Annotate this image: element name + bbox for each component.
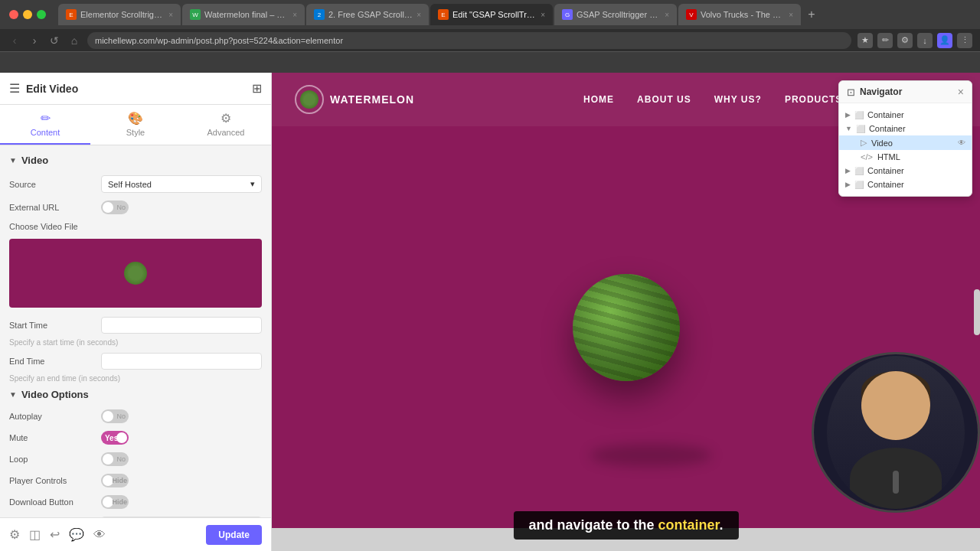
loop-label: Loop <box>9 455 101 464</box>
tab-6[interactable]: V Volvo Trucks - The Epic Sp... × <box>678 4 801 25</box>
minimize-button[interactable] <box>23 10 32 19</box>
widgets-footer-icon[interactable]: ◫ <box>29 527 41 542</box>
loop-row: Loop No <box>9 452 262 466</box>
player-controls-toggle-label: Hide <box>112 477 127 484</box>
download-icon[interactable]: ↓ <box>917 33 933 48</box>
nav-eye-icon[interactable]: 👁 <box>958 139 965 147</box>
title-bar: E Elementor Scrolltrigger coo... × W Wat… <box>0 0 980 29</box>
nav-arrow-2: ▼ <box>845 125 852 132</box>
main-layout: ☰ Edit Video ⊞ ✏ Content 🎨 Style ⚙ Advan… <box>0 73 980 551</box>
hamburger-icon[interactable]: ☰ <box>9 81 20 96</box>
download-button-control: Hide <box>101 495 262 509</box>
navigator-container-3[interactable]: ▶ ⬜ Container <box>839 164 972 178</box>
source-label: Source <box>9 180 101 189</box>
navigator-container-2[interactable]: ▼ ⬜ Container <box>839 122 972 135</box>
video-preview[interactable] <box>9 239 262 308</box>
subtitle-text: and navigate to the container. <box>528 517 723 533</box>
nav-html-icon: </> <box>861 152 873 161</box>
back-button[interactable]: ‹ <box>8 34 21 47</box>
nav-label-2: Container <box>869 124 906 133</box>
nav-type-3: ⬜ <box>854 167 864 175</box>
extension-icon[interactable]: ✏ <box>877 33 893 48</box>
download-button-row: Download Button Hide <box>9 495 262 509</box>
menu-icon[interactable]: ⋮ <box>957 33 972 48</box>
nav-home[interactable]: HOME <box>583 94 614 105</box>
subtitle-bar: and navigate to the container. <box>513 511 738 540</box>
resize-handle[interactable] <box>974 289 980 335</box>
traffic-lights <box>9 10 46 19</box>
url-bar[interactable]: michellewp.com/wp-admin/post.php?post=52… <box>87 32 851 49</box>
tab-advanced[interactable]: ⚙ Advanced <box>181 105 271 145</box>
tab-close-1[interactable]: × <box>168 11 173 19</box>
sidebar-title: Edit Video <box>26 83 78 95</box>
webcam-bg <box>814 354 978 510</box>
comments-footer-icon[interactable]: 💬 <box>69 527 84 542</box>
forward-button[interactable]: › <box>28 34 41 47</box>
settings-icon[interactable]: ⚙ <box>897 33 913 48</box>
close-button[interactable] <box>9 10 18 19</box>
nav-about[interactable]: ABOUT US <box>637 94 691 105</box>
tab-5[interactable]: G GSAP Scrolltrigger Eleme... × <box>554 4 677 25</box>
source-value: Self Hosted <box>108 180 152 189</box>
start-time-hint: Specify a start time (in seconds) <box>9 338 262 347</box>
tab-label-1: Elementor Scrolltrigger coo... <box>80 10 165 19</box>
source-chevron: ▾ <box>250 179 255 189</box>
sidebar-header-left: ☰ Edit Video <box>9 81 78 96</box>
player-controls-toggle[interactable]: Hide <box>101 474 129 487</box>
video-section-header[interactable]: ▼ Video <box>9 155 262 166</box>
preview-footer-icon[interactable]: 👁 <box>93 528 106 542</box>
navigator-html[interactable]: </> HTML <box>839 150 972 164</box>
tab-2[interactable]: W Watermelon final – GSAP s... × <box>182 4 305 25</box>
navigator-container-4[interactable]: ▶ ⬜ Container <box>839 178 972 191</box>
navigator-container-1[interactable]: ▶ ⬜ Container <box>839 108 972 122</box>
logo-icon <box>295 85 324 114</box>
tab-close-5[interactable]: × <box>665 11 669 19</box>
tab-label-6: Volvo Trucks - The Epic Sp... <box>701 10 785 19</box>
tab-close-3[interactable]: × <box>416 11 421 19</box>
new-tab-button[interactable]: + <box>802 5 821 24</box>
profile-icon[interactable]: 👤 <box>937 33 952 48</box>
autoplay-toggle-label: No <box>116 412 126 420</box>
navigator-close-button[interactable]: × <box>958 86 964 98</box>
download-button-toggle[interactable]: Hide <box>101 495 129 509</box>
tab-close-4[interactable]: × <box>541 11 545 19</box>
tab-4[interactable]: E Edit "GSAP ScrollTrigger El... × <box>430 4 553 25</box>
site-logo: WATERMELON <box>295 85 414 114</box>
tab-style[interactable]: 🎨 Style <box>90 105 181 145</box>
source-select[interactable]: Self Hosted ▾ <box>101 175 262 193</box>
loop-toggle[interactable]: No <box>101 452 129 466</box>
tab-1[interactable]: E Elementor Scrolltrigger coo... × <box>58 4 181 25</box>
video-options-header[interactable]: ▼ Video Options <box>9 389 262 400</box>
nav-why[interactable]: WHY US? <box>714 94 762 105</box>
nav-products[interactable]: PRODUCTS <box>785 94 842 105</box>
end-time-input[interactable] <box>101 353 262 370</box>
external-url-toggle[interactable]: No <box>101 201 129 214</box>
player-controls-control: Hide <box>101 474 262 487</box>
tab-content[interactable]: ✏ Content <box>0 105 90 145</box>
mute-toggle[interactable]: Yes <box>101 431 129 445</box>
nav-label-4: Container <box>867 180 904 189</box>
maximize-button[interactable] <box>37 10 46 19</box>
navigator-header: ⊡ Navigator × <box>839 81 972 103</box>
navigator-panel: ⊡ Navigator × ▶ ⬜ Container ▼ ⬜ Containe… <box>838 80 972 197</box>
watermelon-ball <box>573 274 680 381</box>
update-button[interactable]: Update <box>206 525 262 545</box>
bookmark-icon[interactable]: ★ <box>858 33 873 48</box>
autoplay-toggle[interactable]: No <box>101 409 129 423</box>
sidebar-content: ▼ Video Source Self Hosted ▾ External UR… <box>0 145 271 517</box>
loop-toggle-label: No <box>116 455 126 463</box>
home-button[interactable]: ⌂ <box>67 34 81 47</box>
logo-watermelon-icon <box>300 90 318 109</box>
nav-type-2: ⬜ <box>856 125 865 133</box>
tab-3[interactable]: 2 2. Free GSAP Scrolltrigger... × <box>306 4 429 25</box>
start-time-input[interactable] <box>101 317 262 334</box>
nav-video-icon: ▷ <box>861 138 867 148</box>
reload-button[interactable]: ↺ <box>47 34 61 47</box>
history-footer-icon[interactable]: ↩ <box>50 527 60 542</box>
settings-footer-icon[interactable]: ⚙ <box>9 527 20 542</box>
end-time-label: End Time <box>9 357 101 366</box>
tab-close-6[interactable]: × <box>789 11 793 19</box>
tab-close-2[interactable]: × <box>292 11 297 19</box>
grid-icon[interactable]: ⊞ <box>252 81 262 96</box>
navigator-video[interactable]: ▷ Video 👁 <box>839 135 972 150</box>
